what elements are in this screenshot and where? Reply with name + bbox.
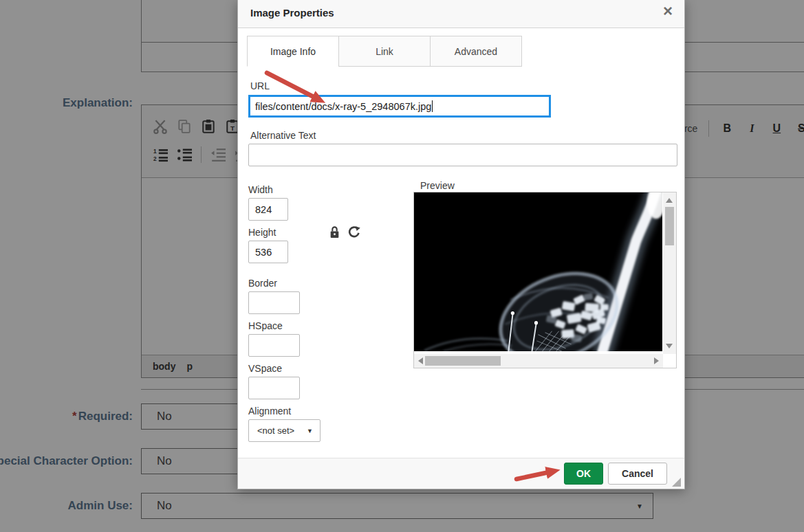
height-input[interactable] (248, 241, 288, 263)
tab-image-info[interactable]: Image Info (247, 36, 339, 67)
resize-handle[interactable] (672, 478, 681, 487)
preview-panel (413, 192, 677, 368)
hspace-label: HSpace (248, 320, 283, 331)
scroll-up-icon[interactable] (666, 198, 673, 203)
border-input[interactable] (248, 291, 300, 314)
horizontal-scroll-thumb[interactable] (425, 356, 501, 366)
hspace-input[interactable] (248, 334, 300, 357)
ok-button[interactable]: OK (564, 463, 603, 485)
scroll-left-icon[interactable] (418, 357, 423, 364)
dialog-header: Image Properties × (238, 0, 684, 28)
screen: Explanation: (0, 0, 804, 532)
height-label: Height (248, 227, 276, 238)
dialog-footer: OK Cancel (238, 458, 684, 489)
scroll-down-icon[interactable] (666, 344, 673, 348)
alignment-select[interactable]: <not set> ▼ (248, 419, 320, 442)
alternative-text-label: Alternative Text (250, 130, 316, 141)
dialog-tabs: Image Info Link Advanced (247, 36, 522, 67)
preview-label: Preview (420, 180, 455, 191)
vspace-label: VSpace (248, 363, 282, 374)
url-label: URL (250, 80, 270, 91)
lock-ratio-icon[interactable] (329, 225, 340, 239)
url-value: files/content/docs/x-ray-5_2948067k.jpg (255, 101, 431, 112)
xray-preview-image (414, 192, 662, 351)
image-properties-dialog: Image Properties × Image Info Link Advan… (237, 0, 685, 489)
tab-link[interactable]: Link (338, 36, 431, 67)
alternative-text-input[interactable] (248, 144, 677, 166)
border-label: Border (248, 278, 277, 289)
scrollbar-corner (663, 354, 676, 368)
close-icon[interactable]: × (663, 3, 673, 19)
text-caret (432, 100, 433, 112)
scroll-right-icon[interactable] (654, 357, 659, 364)
chevron-down-icon: ▼ (307, 428, 313, 434)
width-label: Width (248, 184, 273, 195)
url-input[interactable]: files/content/docs/x-ray-5_2948067k.jpg (248, 95, 551, 118)
vertical-scroll-thumb[interactable] (665, 207, 674, 245)
vspace-input[interactable] (248, 377, 300, 399)
size-tools (329, 225, 360, 239)
preview-horizontal-scrollbar[interactable] (414, 354, 663, 368)
cancel-button[interactable]: Cancel (608, 463, 667, 485)
tab-advanced[interactable]: Advanced (430, 36, 522, 67)
alignment-label: Alignment (248, 406, 291, 417)
alignment-value: <not set> (257, 425, 294, 436)
preview-vertical-scrollbar[interactable] (663, 192, 676, 354)
width-input[interactable] (248, 198, 288, 221)
reset-size-icon[interactable] (348, 225, 360, 239)
dialog-title: Image Properties (250, 7, 334, 19)
